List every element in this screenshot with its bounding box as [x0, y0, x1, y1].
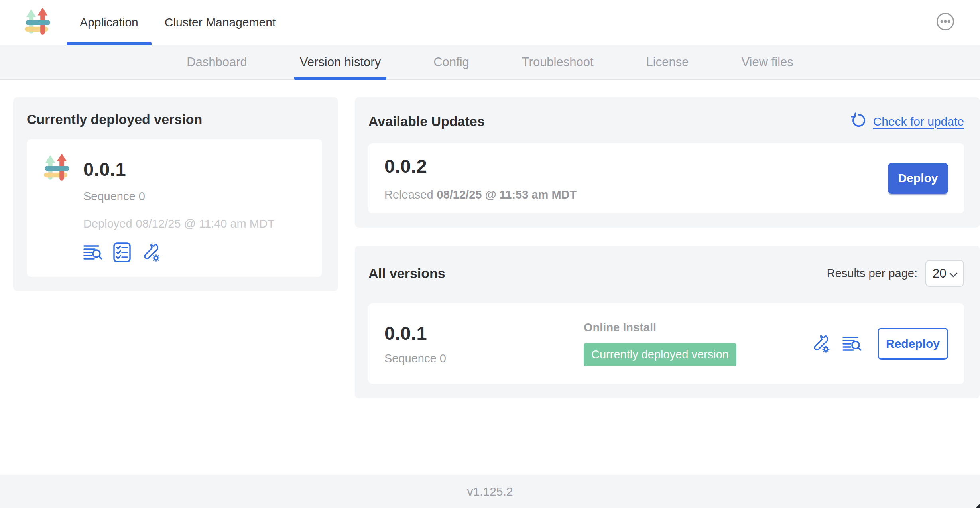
ellipsis-circle-icon — [936, 12, 955, 33]
tab-view-files-label: View files — [741, 55, 793, 69]
chevron-down-icon — [949, 266, 958, 281]
deployed-version-card: 0.0.1 Sequence 0 Deployed08/12/25 @ 11:4… — [27, 139, 322, 277]
deployed-timestamp-value: 08/12/25 @ 11:40 am MDT — [136, 217, 275, 230]
preflight-checklist-icon[interactable] — [113, 242, 131, 262]
edit-config-wrench-gear-icon[interactable] — [141, 242, 161, 262]
update-version-number: 0.0.2 — [384, 155, 577, 177]
deployed-timestamp-prefix: Deployed — [83, 217, 132, 230]
version-row-actions: Redeploy — [811, 328, 948, 360]
view-logs-icon[interactable] — [83, 243, 103, 262]
currently-deployed-panel: Currently deployed version 0.0 — [13, 97, 338, 291]
all-versions-panel: All versions Results per page: 20 — [355, 246, 980, 398]
available-updates-title: Available Updates — [368, 114, 485, 129]
version-row-info: 0.0.1 Sequence 0 — [384, 322, 584, 365]
tab-dashboard[interactable]: Dashboard — [181, 45, 253, 79]
right-column: Available Updates Check for update 0.0.2 — [355, 97, 980, 398]
tab-view-files[interactable]: View files — [736, 45, 799, 79]
version-row-status: Online Install Currently deployed versio… — [584, 321, 811, 366]
console-footer: v1.125.2 — [0, 475, 980, 508]
results-per-page-select[interactable]: 20 — [925, 260, 964, 287]
check-for-update-label: Check for update — [873, 115, 964, 128]
tab-license-label: License — [646, 55, 689, 69]
main-content: Currently deployed version 0.0 — [0, 80, 980, 398]
status-badge: Currently deployed version — [584, 343, 736, 366]
deployed-sequence: Sequence 0 — [83, 190, 275, 203]
released-timestamp: Released08/12/25 @ 11:53 am MDT — [384, 188, 577, 201]
app-logo-icon — [41, 154, 71, 183]
tab-troubleshoot[interactable]: Troubleshoot — [516, 45, 599, 79]
available-update-info: 0.0.2 Released08/12/25 @ 11:53 am MDT — [384, 155, 577, 201]
top-tab-application-label: Application — [80, 16, 138, 29]
check-for-update-link[interactable]: Check for update — [850, 112, 964, 131]
deployed-version-number: 0.0.1 — [83, 158, 275, 180]
redeploy-button[interactable]: Redeploy — [878, 328, 948, 360]
view-logs-icon[interactable] — [842, 335, 862, 353]
screen-corner-artifact — [976, 504, 980, 508]
refresh-icon — [850, 112, 867, 131]
results-per-page: Results per page: 20 — [827, 260, 964, 287]
available-updates-panel: Available Updates Check for update 0.0.2 — [355, 97, 980, 228]
deployed-timestamp: Deployed08/12/25 @ 11:40 am MDT — [83, 217, 275, 230]
currently-deployed-title: Currently deployed version — [27, 112, 322, 127]
top-tab-application[interactable]: Application — [67, 0, 152, 45]
tab-config-label: Config — [433, 55, 469, 69]
all-versions-title: All versions — [368, 266, 445, 281]
version-row-sequence: Sequence 0 — [384, 352, 584, 365]
available-update-card: 0.0.2 Released08/12/25 @ 11:53 am MDT De… — [368, 143, 964, 213]
top-bar: Application Cluster Management — [0, 0, 980, 45]
app-logo-icon — [22, 8, 51, 37]
released-timestamp-value: 08/12/25 @ 11:53 am MDT — [437, 188, 577, 201]
top-tab-cluster-management-label: Cluster Management — [165, 16, 276, 29]
app-sub-nav: Dashboard Version history Config Trouble… — [0, 45, 980, 80]
tab-license[interactable]: License — [641, 45, 695, 79]
results-per-page-label: Results per page: — [827, 267, 917, 280]
deployed-version-info: 0.0.1 Sequence 0 Deployed08/12/25 @ 11:4… — [83, 154, 275, 262]
overflow-menu-button[interactable] — [935, 12, 955, 32]
results-per-page-value: 20 — [933, 266, 946, 281]
tab-config[interactable]: Config — [428, 45, 475, 79]
top-tab-cluster-management[interactable]: Cluster Management — [152, 0, 289, 45]
deployed-version-actions — [83, 242, 275, 262]
edit-config-wrench-gear-icon[interactable] — [811, 334, 830, 354]
version-row: 0.0.1 Sequence 0 Online Install Currentl… — [368, 303, 964, 384]
released-timestamp-prefix: Released — [384, 188, 433, 201]
console-version-label: v1.125.2 — [467, 485, 513, 498]
tab-troubleshoot-label: Troubleshoot — [522, 55, 594, 69]
tab-dashboard-label: Dashboard — [187, 55, 247, 69]
version-row-number: 0.0.1 — [384, 322, 584, 344]
deploy-button[interactable]: Deploy — [888, 163, 948, 194]
tab-version-history-label: Version history — [300, 55, 381, 69]
install-type-label: Online Install — [584, 321, 811, 334]
tab-version-history[interactable]: Version history — [294, 45, 386, 79]
